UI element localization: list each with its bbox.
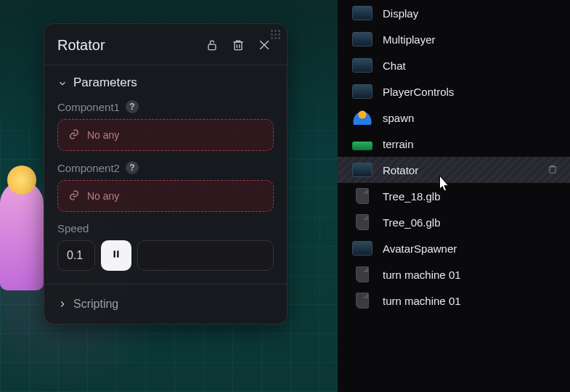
hierarchy-item[interactable]: Multiplayer (338, 26, 570, 52)
hierarchy-thumb-panel (352, 163, 372, 177)
hierarchy-item-label: Display (383, 7, 418, 20)
pause-icon (111, 249, 121, 262)
speed-value: 0.1 (67, 249, 83, 262)
speed-row: 0.1 (57, 240, 274, 271)
component2-help-icon[interactable]: ? (126, 161, 139, 174)
component1-help-icon[interactable]: ? (126, 100, 139, 113)
link-icon (68, 189, 80, 203)
hierarchy-item-label: PlayerControls (383, 86, 454, 98)
parameters-section-toggle[interactable]: Parameters (57, 75, 274, 90)
component2-label-row: Component2 ? (57, 161, 274, 174)
hierarchy-item-label: Chat (383, 60, 406, 72)
svg-rect-1 (235, 42, 242, 50)
hierarchy-thumb-spawn (352, 110, 372, 125)
inspector-header: Rotator (44, 24, 287, 65)
scripting-section-label: Scripting (73, 298, 118, 311)
scene-object-prop (0, 181, 44, 290)
hierarchy-thumb-file (356, 293, 369, 309)
hierarchy-thumb-panel (352, 6, 372, 20)
component2-placeholder: No any (87, 190, 119, 202)
svg-rect-4 (550, 167, 555, 173)
hierarchy-thumb-panel (352, 84, 372, 99)
hierarchy-item[interactable]: Display (338, 0, 570, 26)
hierarchy-item-label: turn machine 01 (383, 269, 461, 281)
speed-label-row: Speed (57, 222, 274, 234)
hierarchy-item[interactable]: spawn (338, 105, 570, 131)
hierarchy-item[interactable]: turn machine 01 (338, 261, 570, 287)
hierarchy-thumb-file (356, 266, 369, 282)
trash-icon[interactable] (229, 36, 248, 54)
hierarchy-item-label: AvatarSpawner (383, 242, 457, 255)
hierarchy-delete-icon[interactable] (547, 163, 560, 176)
hierarchy-item-label: terrain (383, 138, 414, 150)
hierarchy-thumb-file (356, 214, 369, 230)
hierarchy-panel: DisplayMultiplayerChatPlayerControlsspaw… (338, 0, 570, 392)
speed-slider-track[interactable] (137, 240, 274, 271)
hierarchy-item-label: Rotator (383, 164, 418, 176)
hierarchy-thumb-panel (352, 32, 372, 46)
hierarchy-item[interactable]: PlayerControls (338, 78, 570, 105)
chevron-down-icon (57, 78, 68, 88)
parameters-section: Parameters Component1 ? No any Component… (44, 65, 287, 284)
pause-button[interactable] (101, 240, 131, 271)
inspector-panel: Rotator Parameters Component1 ? (44, 23, 288, 324)
hierarchy-item[interactable]: terrain (338, 131, 570, 157)
hierarchy-thumb-terrain (352, 142, 372, 150)
link-icon (68, 128, 80, 142)
component1-placeholder: No any (87, 129, 119, 141)
component1-label: Component1 (57, 101, 120, 113)
speed-label: Speed (57, 222, 89, 234)
hierarchy-item[interactable]: AvatarSpawner (338, 235, 570, 261)
svg-rect-3 (117, 250, 118, 257)
panel-drag-handle[interactable] (271, 30, 281, 40)
inspector-title: Rotator (57, 37, 195, 54)
hierarchy-item-label: Tree_06.glb (383, 216, 441, 229)
hierarchy-item-label: Multiplayer (383, 33, 436, 46)
hierarchy-item-label: spawn (383, 112, 414, 124)
parameters-section-label: Parameters (73, 75, 137, 90)
hierarchy-thumb-file (356, 188, 369, 204)
component2-slot[interactable]: No any (57, 180, 274, 212)
hierarchy-item[interactable]: Rotator (338, 157, 570, 183)
lock-icon[interactable] (203, 36, 221, 54)
scripting-section-toggle[interactable]: Scripting (57, 298, 274, 311)
chevron-right-icon (57, 299, 68, 309)
hierarchy-item[interactable]: Chat (338, 52, 570, 78)
hierarchy-item[interactable]: Tree_06.glb (338, 209, 570, 235)
component1-label-row: Component1 ? (57, 100, 274, 113)
svg-rect-2 (114, 250, 115, 257)
hierarchy-item-label: Tree_18.glb (383, 190, 441, 203)
speed-value-input[interactable]: 0.1 (57, 240, 95, 271)
component1-slot[interactable]: No any (57, 119, 274, 151)
hierarchy-thumb-panel (352, 58, 372, 73)
scripting-section: Scripting (44, 284, 287, 324)
hierarchy-thumb-panel (352, 241, 372, 256)
hierarchy-item[interactable]: turn machine 01 (338, 287, 570, 314)
component2-label: Component2 (57, 162, 120, 174)
hierarchy-item-label: turn machine 01 (383, 295, 461, 307)
hierarchy-item[interactable]: Tree_18.glb (338, 183, 570, 209)
svg-rect-0 (208, 44, 216, 49)
